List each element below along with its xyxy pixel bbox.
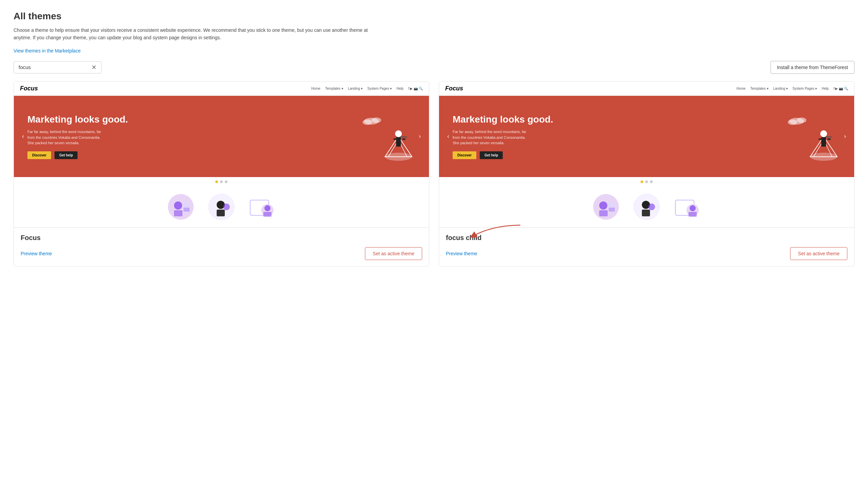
- svg-point-19: [223, 203, 230, 210]
- dot2-3: [650, 181, 653, 183]
- dot-1: [215, 181, 218, 183]
- hero-left-arrow: ‹: [22, 133, 24, 140]
- nav-icons: f ▶ 📷 🔍: [408, 87, 423, 90]
- set-active-button-focus[interactable]: Set as active theme: [365, 247, 422, 260]
- svg-point-39: [608, 202, 614, 208]
- svg-rect-29: [819, 139, 822, 140]
- search-box-container: ✕: [14, 61, 102, 73]
- hero2-right-arrow: ›: [844, 133, 846, 140]
- search-clear-button[interactable]: ✕: [91, 64, 97, 70]
- nav2-system: System Pages ▾: [793, 87, 817, 90]
- illus-3: [248, 193, 275, 222]
- nav2-templates: Templates ▾: [750, 87, 768, 90]
- dot2-1: [641, 181, 643, 183]
- svg-rect-38: [609, 208, 615, 212]
- svg-rect-30: [827, 139, 831, 140]
- hero2-title: Marketing looks good.: [453, 114, 780, 125]
- themes-grid: Focus Home Templates ▾ Landing ▾ System …: [14, 81, 854, 267]
- mockup-logo: Focus: [20, 85, 38, 92]
- preview-link-focus[interactable]: Preview theme: [21, 251, 52, 256]
- nav2-icons: f ▶ 📷 🔍: [834, 87, 848, 90]
- page-title: All themes: [14, 11, 854, 22]
- svg-rect-14: [184, 208, 189, 212]
- top-bar: ✕ Install a theme from ThemeForest: [14, 61, 854, 74]
- hero-illustration-2: [780, 109, 841, 164]
- svg-point-15: [183, 202, 188, 208]
- svg-rect-23: [264, 212, 271, 217]
- svg-point-33: [788, 119, 797, 125]
- mockup-dots: [14, 177, 429, 186]
- theme-preview-focus-child: Focus Home Templates ▾ Landing ▾ System …: [439, 82, 854, 228]
- discover-button-2[interactable]: Discover: [453, 151, 476, 159]
- mockup-section-2: [439, 186, 854, 227]
- illus2-2: [633, 193, 660, 222]
- svg-rect-42: [642, 210, 650, 216]
- theme-card-footer-focus-child: focus child Preview theme Set as active …: [439, 228, 854, 266]
- mockup-nav-2: Focus Home Templates ▾ Landing ▾ System …: [439, 82, 854, 96]
- svg-point-27: [820, 130, 827, 137]
- svg-point-12: [174, 201, 182, 210]
- set-active-button-focus-child[interactable]: Set as active theme: [790, 247, 847, 260]
- theme-actions-focus: Preview theme Set as active theme: [21, 247, 422, 260]
- dot2-2: [645, 181, 648, 183]
- theme-card-focus: Focus Home Templates ▾ Landing ▾ System …: [14, 81, 429, 267]
- svg-rect-37: [599, 210, 608, 216]
- svg-point-46: [689, 205, 696, 211]
- nav2-landing: Landing ▾: [773, 87, 788, 90]
- search-input[interactable]: [19, 64, 91, 70]
- svg-rect-5: [393, 139, 397, 140]
- svg-point-10: [372, 117, 381, 123]
- nav-templates: Templates ▾: [325, 87, 343, 90]
- hero-buttons: Discover Get help: [27, 151, 354, 159]
- hero2-buttons: Discover Get help: [453, 151, 780, 159]
- nav-landing: Landing ▾: [348, 87, 362, 90]
- svg-rect-28: [821, 137, 826, 146]
- install-theme-button[interactable]: Install a theme from ThemeForest: [770, 61, 854, 74]
- hero-title: Marketing looks good.: [27, 114, 354, 125]
- nav-home: Home: [311, 87, 321, 90]
- hero2-body: Far far away, behind the word mountains,…: [453, 129, 527, 146]
- nav2-help: Help: [822, 87, 829, 90]
- theme-name-focus: Focus: [21, 234, 422, 242]
- dot-2: [220, 181, 223, 183]
- nav2-home: Home: [737, 87, 746, 90]
- svg-point-43: [648, 203, 655, 210]
- mockup-hero: ‹ Marketing looks good. Far far away, be…: [14, 96, 429, 177]
- marketplace-link[interactable]: View themes in the Marketplace: [14, 48, 81, 54]
- svg-rect-13: [174, 210, 183, 216]
- svg-point-3: [395, 130, 402, 137]
- svg-rect-7: [400, 137, 407, 138]
- illus-2: [208, 193, 235, 222]
- nav-help: Help: [396, 87, 403, 90]
- svg-rect-6: [402, 139, 405, 140]
- mockup-section: [14, 186, 429, 227]
- preview-link-focus-child[interactable]: Preview theme: [446, 251, 477, 256]
- svg-point-36: [599, 201, 607, 210]
- nav-system: System Pages ▾: [367, 87, 392, 90]
- theme-actions-focus-child: Preview theme Set as active theme: [446, 247, 847, 260]
- page-description: Choose a theme to help ensure that your …: [14, 26, 386, 42]
- theme-card-footer-focus: Focus Preview theme Set as active theme: [14, 228, 429, 266]
- theme-name-focus-child: focus child: [446, 234, 847, 242]
- svg-rect-4: [396, 137, 401, 146]
- mockup-logo-2: Focus: [445, 85, 463, 92]
- mockup-nav-items: Home Templates ▾ Landing ▾ System Pages …: [311, 87, 423, 90]
- discover-button[interactable]: Discover: [27, 151, 51, 159]
- hero-right-arrow: ›: [419, 133, 421, 140]
- illus2-1: [593, 193, 620, 222]
- mockup-dots-2: [439, 177, 854, 186]
- svg-point-22: [265, 205, 270, 211]
- dot-3: [225, 181, 227, 183]
- svg-rect-18: [217, 210, 225, 216]
- hero2-left-arrow: ‹: [447, 133, 449, 140]
- mockup-nav: Focus Home Templates ▾ Landing ▾ System …: [14, 82, 429, 96]
- svg-point-9: [362, 119, 372, 125]
- svg-point-34: [797, 117, 806, 123]
- gethelp-button[interactable]: Get help: [55, 151, 77, 159]
- svg-rect-47: [688, 212, 697, 217]
- theme-card-focus-child: Focus Home Templates ▾ Landing ▾ System …: [439, 81, 854, 267]
- illus2-3: [674, 193, 701, 222]
- hero-illustration: [354, 109, 415, 164]
- gethelp-button-2[interactable]: Get help: [480, 151, 503, 159]
- illus-1: [167, 193, 194, 222]
